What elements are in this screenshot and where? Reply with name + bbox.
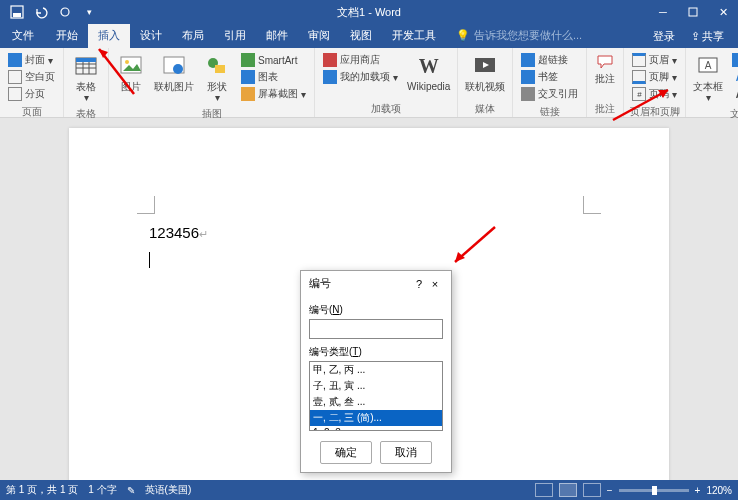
number-type-list[interactable]: 甲, 乙, 丙 ...子, 丑, 寅 ...壹, 贰, 叁 ...一, 二, 三… <box>309 361 443 431</box>
screenshot-button[interactable]: 屏幕截图 ▾ <box>239 86 308 102</box>
tab-home[interactable]: 开始 <box>46 23 88 48</box>
blank-page-button[interactable]: 空白页 <box>6 69 57 85</box>
dialog-titlebar[interactable]: 编号 ? × <box>301 271 451 296</box>
store-button[interactable]: 应用商店 <box>321 52 400 68</box>
share-icon: ⇪ <box>691 30 700 43</box>
pagenum-icon: # <box>632 87 646 101</box>
video-label: 联机视频 <box>465 81 505 92</box>
cover-page-label: 封面 <box>25 53 45 67</box>
number-input[interactable] <box>309 319 443 339</box>
ok-button[interactable]: 确定 <box>320 441 372 464</box>
share-label: 共享 <box>702 29 724 44</box>
crossref-button[interactable]: 交叉引用 <box>519 86 580 102</box>
group-headerfooter: 页眉 ▾ 页脚 ▾ #页码 ▾ 页眉和页脚 <box>624 48 686 117</box>
dialog-help-button[interactable]: ? <box>411 278 427 290</box>
share-button[interactable]: ⇪共享 <box>683 25 732 48</box>
tab-layout[interactable]: 布局 <box>172 23 214 48</box>
tab-review[interactable]: 审阅 <box>298 23 340 48</box>
header-label: 页眉 <box>649 53 669 67</box>
group-media: 联机视频 媒体 <box>458 48 513 117</box>
view-web-button[interactable] <box>583 483 601 497</box>
zoom-slider[interactable] <box>619 489 689 492</box>
status-language[interactable]: 英语(美国) <box>145 483 192 497</box>
close-button[interactable]: ✕ <box>708 1 738 23</box>
textbox-icon: A <box>695 53 721 79</box>
smartart-icon <box>241 53 255 67</box>
cover-page-button[interactable]: 封面 ▾ <box>6 52 57 68</box>
table-button[interactable]: 表格▾ <box>68 50 104 106</box>
page-break-button[interactable]: 分页 <box>6 86 57 102</box>
tab-insert[interactable]: 插入 <box>88 23 130 48</box>
tab-design[interactable]: 设计 <box>130 23 172 48</box>
number-type-option[interactable]: 壹, 贰, 叁 ... <box>310 394 442 410</box>
footer-button[interactable]: 页脚 ▾ <box>630 69 679 85</box>
shapes-button[interactable]: 形状▾ <box>199 50 235 106</box>
hyperlink-button[interactable]: 超链接 <box>519 52 580 68</box>
tab-developer[interactable]: 开发工具 <box>382 23 446 48</box>
minimize-button[interactable]: ─ <box>648 1 678 23</box>
number-type-option[interactable]: 1, 2, 3, ... <box>310 426 442 431</box>
zoom-thumb[interactable] <box>652 486 657 495</box>
qat-more-button[interactable]: ▾ <box>78 1 100 23</box>
bookmark-button[interactable]: 书签 <box>519 69 580 85</box>
comment-button[interactable]: 批注 <box>591 50 619 87</box>
picture-icon <box>118 53 144 79</box>
online-picture-button[interactable]: 联机图片 <box>151 50 197 95</box>
number-type-option[interactable]: 子, 丑, 寅 ... <box>310 378 442 394</box>
zoom-out-button[interactable]: − <box>607 485 613 496</box>
online-picture-label: 联机图片 <box>154 81 194 92</box>
crossref-label: 交叉引用 <box>538 87 578 101</box>
textbox-button[interactable]: A 文本框▾ <box>690 50 726 106</box>
quick-access-toolbar: ▾ <box>0 1 100 23</box>
tab-mailings[interactable]: 邮件 <box>256 23 298 48</box>
crossref-icon <box>521 87 535 101</box>
undo-button[interactable] <box>30 1 52 23</box>
tab-view[interactable]: 视图 <box>340 23 382 48</box>
tell-me-input[interactable]: 💡告诉我您想要做什么... <box>446 23 592 48</box>
store-icon <box>323 53 337 67</box>
save-button[interactable] <box>6 1 28 23</box>
page-break-label: 分页 <box>25 87 45 101</box>
document-text: 123456↵ <box>149 224 208 242</box>
svg-rect-3 <box>689 8 697 16</box>
svg-rect-9 <box>76 58 96 62</box>
status-proofing-icon[interactable]: ✎ <box>127 485 135 496</box>
status-words[interactable]: 1 个字 <box>88 483 116 497</box>
bulb-icon: 💡 <box>456 29 470 42</box>
zoom-in-button[interactable]: + <box>695 485 701 496</box>
wordart-button[interactable]: A▾ <box>730 69 738 85</box>
smartart-label: SmartArt <box>258 55 297 66</box>
group-text: A 文本框▾ ▾ A▾ A▾ ▾ ▾ 文本 <box>686 48 738 117</box>
view-print-button[interactable] <box>559 483 577 497</box>
svg-text:A: A <box>705 60 712 71</box>
pagenum-button[interactable]: #页码 ▾ <box>630 86 679 102</box>
login-button[interactable]: 登录 <box>645 25 683 48</box>
chart-button[interactable]: 图表 <box>239 69 308 85</box>
smartart-button[interactable]: SmartArt <box>239 52 308 68</box>
my-addins-button[interactable]: 我的加载项 ▾ <box>321 69 400 85</box>
svg-rect-1 <box>13 13 21 17</box>
picture-button[interactable]: 图片 <box>113 50 149 95</box>
my-addins-label: 我的加载项 <box>340 70 390 84</box>
group-comments-label: 批注 <box>591 101 619 117</box>
zoom-level[interactable]: 120% <box>706 485 732 496</box>
number-type-option[interactable]: 甲, 乙, 丙 ... <box>310 362 442 378</box>
cancel-button[interactable]: 取消 <box>380 441 432 464</box>
number-type-option[interactable]: 一, 二, 三 (简)... <box>310 410 442 426</box>
hyperlink-icon <box>521 53 535 67</box>
text-parts-button[interactable]: ▾ <box>730 52 738 68</box>
dropcap-button[interactable]: A▾ <box>730 86 738 102</box>
online-video-button[interactable]: 联机视频 <box>462 50 508 95</box>
wikipedia-button[interactable]: W Wikipedia <box>404 50 453 95</box>
tab-references[interactable]: 引用 <box>214 23 256 48</box>
status-page[interactable]: 第 1 页，共 1 页 <box>6 483 78 497</box>
chart-icon <box>241 70 255 84</box>
status-bar: 第 1 页，共 1 页 1 个字 ✎ 英语(美国) − + 120% <box>0 480 738 500</box>
header-button[interactable]: 页眉 ▾ <box>630 52 679 68</box>
group-links: 超链接 书签 交叉引用 链接 <box>513 48 587 117</box>
redo-button[interactable] <box>54 1 76 23</box>
maximize-button[interactable] <box>678 1 708 23</box>
dialog-close-button[interactable]: × <box>427 278 443 290</box>
view-read-button[interactable] <box>535 483 553 497</box>
tab-file[interactable]: 文件 <box>0 23 46 48</box>
